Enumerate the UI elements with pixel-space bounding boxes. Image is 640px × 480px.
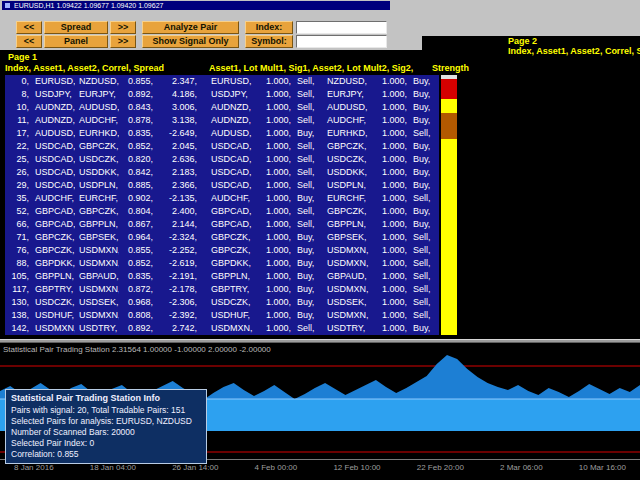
- table-cell: 1.000,: [255, 192, 293, 205]
- table-cell: 1.000,: [371, 166, 409, 179]
- panel-prev-button[interactable]: <<: [16, 35, 42, 48]
- table-header-strength: Strength: [432, 63, 469, 73]
- spread-prev-button[interactable]: <<: [16, 21, 42, 34]
- table-cell: Sell,: [409, 231, 439, 244]
- table-row[interactable]: 22,USDCAD,GBPCZK,0.852,2.045,USDCAD,1.00…: [5, 140, 439, 153]
- table-cell: USDSEK,: [75, 296, 119, 309]
- time-axis[interactable]: 8 Jan 201618 Jan 04:0026 Jan 14:004 Feb …: [0, 463, 640, 472]
- table-row[interactable]: 29,USDCAD,USDPLN,0.885,2.366,USDCAD,1.00…: [5, 179, 439, 192]
- table-cell: USDCZK,: [323, 153, 371, 166]
- table-cell: 105,: [5, 270, 31, 283]
- column-gap: [199, 231, 207, 244]
- table-cell: 1.000,: [371, 192, 409, 205]
- table-cell: USDTRY,: [75, 322, 119, 335]
- table-cell: 2.347,: [155, 75, 199, 88]
- analyze-pair-button[interactable]: Analyze Pair: [142, 21, 239, 34]
- info-line: Selected Pairs for analysis: EURUSD, NZD…: [11, 416, 201, 427]
- table-cell: 0.964,: [119, 231, 155, 244]
- time-axis-label: 12 Feb 10:00: [333, 463, 380, 472]
- page1-title: Page 1: [8, 52, 37, 62]
- table-cell: 1.000,: [255, 231, 293, 244]
- time-axis-label: 10 Mar 16:00: [579, 463, 626, 472]
- table-cell: USDCAD,: [31, 166, 75, 179]
- table-cell: 0.835,: [119, 127, 155, 140]
- spread-button[interactable]: Spread: [44, 21, 108, 34]
- table-cell: Sell,: [293, 166, 323, 179]
- table-cell: USDMXN,: [323, 309, 371, 322]
- table-cell: 3.138,: [155, 114, 199, 127]
- table-cell: Buy,: [409, 101, 439, 114]
- table-cell: Buy,: [293, 296, 323, 309]
- table-cell: 1.000,: [371, 140, 409, 153]
- table-cell: 0.855,: [119, 75, 155, 88]
- table-cell: Sell,: [293, 322, 323, 335]
- table-cell: USDMXN,: [75, 309, 119, 322]
- table-row[interactable]: 105,GBPPLN,GBPAUD,0.835,-2.191,GBPPLN,1.…: [5, 270, 439, 283]
- table-header-mid: Asset1, Lot Mult1, Sig1, Asset2, Lot Mul…: [209, 63, 413, 73]
- info-box-title: Statistical Pair Trading Station Info: [11, 393, 201, 404]
- panel-button[interactable]: Panel: [44, 35, 108, 48]
- table-cell: 0.820,: [119, 153, 155, 166]
- symbol-input[interactable]: [296, 35, 387, 48]
- table-cell: Buy,: [409, 166, 439, 179]
- table-cell: 4.186,: [155, 88, 199, 101]
- table-cell: GBPPLN,: [323, 218, 371, 231]
- column-gap: [199, 88, 207, 101]
- mt-chart-window: EURUSD,H1 1.09422 1.09677 1.09420 1.0962…: [0, 0, 640, 480]
- column-gap: [199, 309, 207, 322]
- table-cell: 1.000,: [371, 283, 409, 296]
- table-cell: AUDCHF,: [31, 192, 75, 205]
- table-cell: 2.144,: [155, 218, 199, 231]
- table-cell: 2.636,: [155, 153, 199, 166]
- table-cell: NZDUSD,: [75, 75, 119, 88]
- column-gap: [199, 257, 207, 270]
- table-row[interactable]: 138,USDHUF,USDMXN,0.808,-2.392,USDHUF,1.…: [5, 309, 439, 322]
- table-row[interactable]: 130,USDCZK,USDSEK,0.968,-2.306,USDCZK,1.…: [5, 296, 439, 309]
- table-cell: 1.000,: [371, 244, 409, 257]
- table-row[interactable]: 17,AUDUSD,EURHKD,0.835,-2.649,AUDUSD,1.0…: [5, 127, 439, 140]
- table-row[interactable]: 66,GBPCAD,GBPPLN,0.867,2.144,GBPCAD,1.00…: [5, 218, 439, 231]
- table-cell: GBPCZK,: [207, 244, 255, 257]
- table-row[interactable]: 26,USDCAD,USDDKK,0.842,2.183,USDCAD,1.00…: [5, 166, 439, 179]
- table-row[interactable]: 142,USDMXN,USDTRY,0.892,2.742,USDMXN,1.0…: [5, 322, 439, 335]
- table-cell: USDCAD,: [207, 140, 255, 153]
- spread-next-button[interactable]: >>: [110, 21, 136, 34]
- index-input[interactable]: [296, 21, 387, 34]
- table-cell: 0.872,: [119, 283, 155, 296]
- table-row[interactable]: 0,EURUSD,NZDUSD,0.855,2.347,EURUSD,1.000…: [5, 75, 439, 88]
- table-row[interactable]: 117,GBPTRY,USDMXN,0.872,-2.178,GBPTRY,1.…: [5, 283, 439, 296]
- table-cell: 1.000,: [371, 309, 409, 322]
- table-row[interactable]: 88,GBPDKK,USDMXN,0.852,-2.619,GBPDKK,1.0…: [5, 257, 439, 270]
- table-cell: Buy,: [409, 179, 439, 192]
- table-cell: EURJPY,: [75, 88, 119, 101]
- table-cell: 142,: [5, 322, 31, 335]
- table-cell: GBPCZK,: [75, 140, 119, 153]
- table-cell: Buy,: [409, 218, 439, 231]
- table-cell: Sell,: [409, 244, 439, 257]
- table-cell: USDJPY,: [207, 88, 255, 101]
- table-cell: USDCAD,: [31, 179, 75, 192]
- column-gap: [199, 283, 207, 296]
- table-row[interactable]: 10,AUDNZD,AUDUSD,0.843,3.006,AUDNZD,1.00…: [5, 101, 439, 114]
- table-cell: 130,: [5, 296, 31, 309]
- column-gap: [199, 179, 207, 192]
- panel-next-button[interactable]: >>: [110, 35, 136, 48]
- table-row[interactable]: 25,USDCAD,USDCZK,0.820,2.636,USDCAD,1.00…: [5, 153, 439, 166]
- table-row[interactable]: 11,AUDNZD,AUDCHF,0.878,3.138,AUDNZD,1.00…: [5, 114, 439, 127]
- table-cell: GBPAUD,: [323, 270, 371, 283]
- table-cell: 2.400,: [155, 205, 199, 218]
- table-cell: EURUSD,: [31, 75, 75, 88]
- table-cell: Buy,: [409, 88, 439, 101]
- table-row[interactable]: 71,GBPCZK,GBPSEK,0.964,-2.324,GBPCZK,1.0…: [5, 231, 439, 244]
- table-cell: -2.619,: [155, 257, 199, 270]
- table-row[interactable]: 76,GBPCZK,USDMXN,0.855,-2.252,GBPCZK,1.0…: [5, 244, 439, 257]
- table-row[interactable]: 35,AUDCHF,EURCHF,0.902,-2.135,AUDCHF,1.0…: [5, 192, 439, 205]
- table-row[interactable]: 8,USDJPY,EURJPY,0.892,4.186,USDJPY,1.000…: [5, 88, 439, 101]
- table-cell: 1.000,: [255, 127, 293, 140]
- show-signal-only-button[interactable]: Show Signal Only: [142, 35, 239, 48]
- table-cell: USDTRY,: [323, 322, 371, 335]
- table-cell: 66,: [5, 218, 31, 231]
- table-cell: Sell,: [293, 88, 323, 101]
- table-row[interactable]: 52,GBPCAD,GBPCZK,0.804,2.400,GBPCAD,1.00…: [5, 205, 439, 218]
- table-cell: AUDNZD,: [207, 114, 255, 127]
